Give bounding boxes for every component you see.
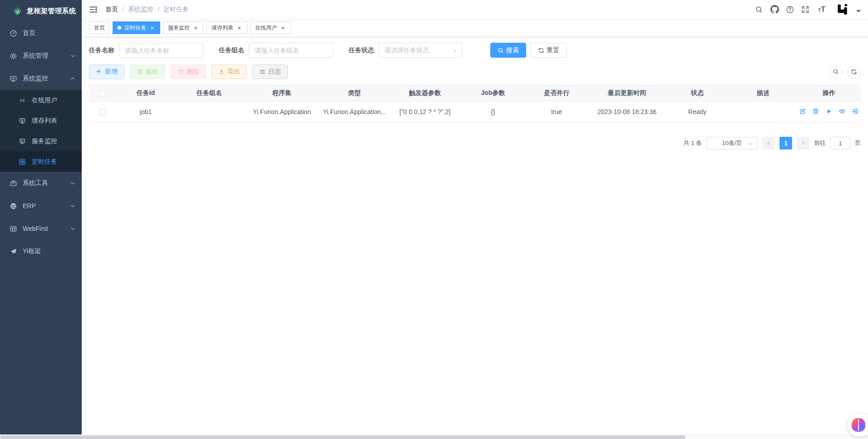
- table-row: job1 Yi.Furion.Application Yi.Furion.App…: [89, 102, 861, 122]
- screen-icon: [18, 117, 26, 125]
- github-icon[interactable]: [770, 5, 779, 14]
- table-toolbar: 新增 修改 删除: [89, 65, 861, 79]
- task-status-select[interactable]: 请选择任务状态: [379, 43, 462, 58]
- chevron-down-icon: [70, 203, 75, 209]
- chevron-down-icon: [70, 226, 75, 231]
- sidebar-item-cache-list[interactable]: 缓存列表: [0, 110, 82, 131]
- cell-concurrent: true: [525, 102, 588, 122]
- sidebar-item-yi-framework[interactable]: Yi框架: [0, 240, 82, 263]
- download-icon: [218, 69, 225, 75]
- plant-logo-icon: [12, 6, 23, 16]
- app-logo[interactable]: 意框架管理系统: [0, 0, 82, 22]
- filter-task-name: 任务名称: [89, 43, 203, 58]
- tab-label: 在线用户: [255, 24, 277, 32]
- tab-label: 缓存列表: [212, 24, 233, 32]
- caret-down-icon[interactable]: [856, 10, 861, 12]
- col-status: 状态: [666, 85, 729, 102]
- tab-home[interactable]: 首页: [89, 21, 110, 34]
- chevron-down-icon: [748, 141, 753, 146]
- add-button-label: 新增: [105, 68, 118, 76]
- page-size-value: 10条/页: [722, 139, 742, 147]
- close-icon[interactable]: [149, 25, 155, 31]
- fullscreen-icon[interactable]: [801, 5, 810, 14]
- goto-label: 前往: [814, 139, 826, 147]
- tab-service-monitor[interactable]: 服务监控: [163, 21, 204, 34]
- sidebar-item-label: 服务监控: [32, 137, 75, 145]
- paper-plane-icon: [9, 247, 17, 255]
- log-button-label: 日志: [268, 68, 281, 76]
- row-view-icon[interactable]: [838, 108, 846, 115]
- sidebar: 意框架管理系统 首页 系统管理: [0, 0, 82, 439]
- sidebar-fold-icon[interactable]: [89, 5, 99, 15]
- gear-icon: [9, 52, 17, 60]
- sidebar-item-label: 系统工具: [23, 179, 70, 187]
- prev-page-button[interactable]: [762, 137, 775, 150]
- sidebar-item-webfirst[interactable]: WebFirst: [0, 217, 82, 240]
- tab-cache-list[interactable]: 缓存列表: [207, 21, 247, 34]
- font-size-icon[interactable]: [816, 5, 827, 14]
- horizontal-scrollbar[interactable]: [0, 434, 868, 439]
- page-content: 任务名称 任务组名 任务状态 请选择任务状态: [82, 37, 868, 150]
- filter-form: 任务名称 任务组名 任务状态 请选择任务状态: [89, 43, 861, 58]
- goto-page-input[interactable]: [830, 137, 850, 150]
- sidebar-item-service-monitor[interactable]: 服务监控: [0, 131, 82, 151]
- sidebar-item-online-users[interactable]: 在线用户: [0, 90, 82, 110]
- close-icon[interactable]: [280, 25, 286, 31]
- add-button[interactable]: 新增: [89, 65, 124, 79]
- chevron-down-icon: [70, 180, 75, 186]
- page-number-1[interactable]: 1: [779, 137, 792, 150]
- row-delete-icon[interactable]: [812, 108, 819, 115]
- search-button[interactable]: 搜索: [490, 43, 526, 58]
- app-title: 意框架管理系统: [27, 7, 76, 15]
- col-job-args: Job参数: [461, 85, 525, 102]
- task-status-label: 任务状态: [349, 46, 374, 55]
- export-button[interactable]: 导出: [212, 65, 247, 79]
- sidebar-item-label: 定时任务: [32, 158, 75, 166]
- extension-float-button[interactable]: [847, 414, 868, 436]
- sidebar-item-home[interactable]: 首页: [0, 22, 82, 45]
- log-button[interactable]: 日志: [252, 65, 288, 79]
- sidebar-item-label: 缓存列表: [32, 117, 75, 125]
- sidebar-item-erp[interactable]: ERP: [0, 195, 82, 217]
- cell-description: [729, 102, 797, 122]
- help-icon[interactable]: [785, 5, 794, 14]
- show-search-button[interactable]: [829, 65, 843, 79]
- task-group-input[interactable]: [249, 43, 333, 58]
- monitor-icon: [9, 75, 17, 83]
- sidebar-item-label: ERP: [23, 202, 70, 210]
- breadcrumb-separator: /: [122, 6, 124, 13]
- sidebar-item-scheduled-tasks[interactable]: 定时任务: [0, 151, 82, 172]
- search-icon[interactable]: [755, 5, 764, 14]
- close-icon[interactable]: [236, 25, 242, 31]
- next-page-button[interactable]: [797, 137, 809, 150]
- delete-button-label: 删除: [187, 68, 199, 76]
- sidebar-item-system-monitor[interactable]: 系统监控: [0, 67, 82, 90]
- cell-status: Ready: [666, 102, 729, 122]
- row-run-icon[interactable]: [825, 108, 833, 115]
- row-edit-icon[interactable]: [799, 108, 806, 115]
- globe-icon: [9, 202, 17, 210]
- task-name-input[interactable]: [119, 43, 203, 58]
- tab-scheduled-tasks[interactable]: 定时任务: [113, 21, 160, 34]
- col-actions: 操作: [797, 85, 861, 102]
- toolbar-right: [829, 65, 861, 79]
- delete-button[interactable]: 删除: [171, 65, 206, 79]
- chevron-down-icon: [452, 48, 458, 53]
- breadcrumb-home[interactable]: 首页: [105, 5, 118, 14]
- server-icon: [18, 137, 26, 145]
- sidebar-item-system-management[interactable]: 系统管理: [0, 45, 82, 67]
- close-icon[interactable]: [192, 25, 199, 31]
- page-size-select[interactable]: 10条/页: [706, 137, 758, 150]
- scrollbar-thumb[interactable]: [0, 435, 686, 439]
- breadcrumb-system-monitor: 系统监控: [128, 5, 153, 14]
- row-log-icon[interactable]: [852, 108, 859, 115]
- reset-button[interactable]: 重置: [531, 43, 567, 58]
- edit-button[interactable]: 修改: [130, 65, 165, 79]
- row-checkbox[interactable]: [99, 109, 106, 115]
- tab-online-users[interactable]: 在线用户: [250, 21, 291, 34]
- sidebar-item-label: WebFirst: [23, 225, 70, 232]
- avatar[interactable]: [836, 3, 850, 16]
- select-all-checkbox[interactable]: [99, 90, 106, 97]
- sidebar-item-system-tools[interactable]: 系统工具: [0, 172, 82, 195]
- refresh-table-button[interactable]: [847, 65, 861, 79]
